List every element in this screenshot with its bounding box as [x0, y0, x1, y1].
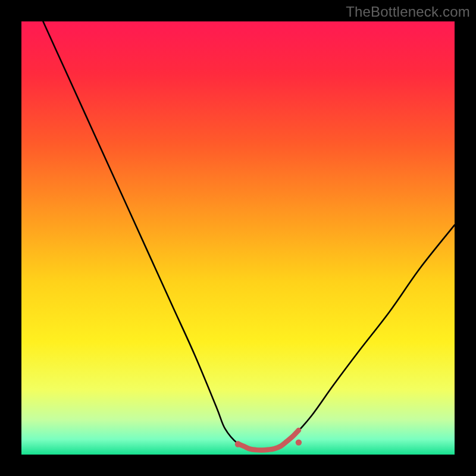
- highlight-endpoint-right: [296, 439, 302, 445]
- chart-frame: TheBottleneck.com: [0, 0, 476, 476]
- bottleneck-chart: [21, 21, 455, 455]
- watermark-text: TheBottleneck.com: [346, 4, 470, 20]
- gradient-background: [21, 21, 455, 455]
- highlight-endpoint-left: [235, 441, 241, 447]
- plot-area: [21, 21, 455, 455]
